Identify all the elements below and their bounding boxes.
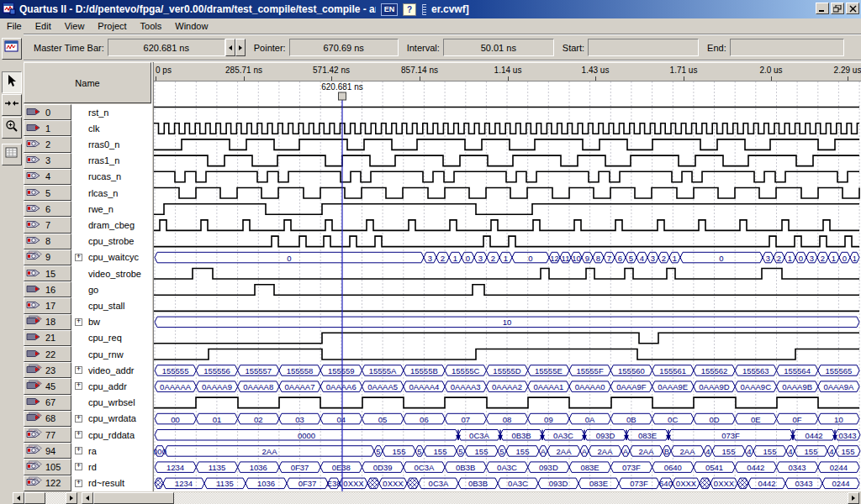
row-dram_cbeg-name-cell[interactable]: dram_cbeg [71, 217, 151, 233]
fullscreen-tool-button[interactable] [2, 144, 22, 165]
row-rwe_n-number-cell[interactable]: 6 [24, 201, 71, 217]
expand-icon[interactable]: + [75, 254, 82, 261]
row-rd-name-cell[interactable]: +rd [71, 459, 151, 475]
row-dram_cbeg-number-cell[interactable]: 7 [24, 217, 71, 233]
scroll-left-button[interactable] [82, 492, 93, 504]
row-rwe_n-name-cell[interactable]: rwe_n [71, 201, 151, 217]
row-cpu_req-name-cell[interactable]: cpu_req [71, 330, 151, 346]
row-rst_n-name-cell[interactable]: rst_n [71, 104, 151, 120]
row-bw-name-cell[interactable]: +bw [71, 314, 151, 330]
time-bar-left-arrow[interactable] [225, 39, 235, 56]
close-button[interactable] [846, 3, 859, 14]
row-cpu_addr-number-cell[interactable]: 45 [24, 378, 71, 394]
time-ruler[interactable]: 0 ps285.71 ns571.42 ns857.14 ns1.14 us1.… [154, 62, 861, 81]
row-video_addr-name-cell[interactable]: +video_addr [71, 362, 151, 378]
row-go-number-cell[interactable]: 16 [24, 281, 71, 297]
scroll-right-button[interactable] [66, 492, 77, 504]
field-label: Pointer: [254, 43, 286, 53]
ruler-tick-label: 1.43 us [582, 66, 610, 75]
row-video_addr-number-cell[interactable]: 23 [24, 362, 71, 378]
row-rlcas_n-number-cell[interactable]: 5 [24, 185, 71, 201]
expand-icon[interactable]: + [75, 366, 82, 374]
menu-tools[interactable]: Tools [134, 19, 169, 34]
waveform-canvas[interactable]: 0321032101211109876543210321032101101555… [154, 81, 861, 491]
expand-icon[interactable]: + [75, 318, 82, 326]
row-cpu_req-number-cell[interactable]: 21 [24, 330, 71, 346]
name-panel-hscrollbar[interactable] [13, 492, 77, 504]
row-cpu_rnw-name-cell[interactable]: cpu_rnw [71, 346, 151, 362]
restore-button[interactable] [831, 3, 844, 14]
signal-number: 22 [45, 349, 55, 360]
row-cpu_rddata-name-cell[interactable]: +cpu_rddata [71, 427, 151, 443]
row-rd~result-name-cell[interactable]: +rd~result [71, 475, 151, 491]
row-rd-number-cell[interactable]: 105 [24, 459, 71, 475]
expand-icon[interactable]: + [75, 480, 82, 487]
expand-icon[interactable]: + [75, 431, 82, 438]
bus-value: 155557 [245, 366, 272, 375]
menu-window[interactable]: Window [168, 19, 214, 34]
expand-icon[interactable]: + [75, 415, 82, 423]
row-cpu_rnw-number-cell[interactable]: 22 [24, 346, 71, 362]
bus-value: 0D [709, 415, 719, 424]
row-ra-number-cell[interactable]: 94 [24, 443, 71, 459]
row-rd~result-number-cell[interactable]: 122 [24, 475, 71, 491]
row-rras1_n-number-cell[interactable]: 3 [24, 153, 71, 169]
scroll-right-button[interactable] [848, 492, 859, 504]
row-rras0_n-name-cell[interactable]: rras0_n [71, 136, 151, 152]
menu-view[interactable]: View [58, 19, 92, 34]
row-clk-number-cell[interactable]: 1 [24, 120, 71, 136]
zoom-tool-button[interactable] [2, 117, 22, 139]
language-badge[interactable]: EN [381, 3, 398, 16]
row-cpu_waitcyc-number-cell[interactable]: 9 [24, 249, 71, 265]
waveform-window-button[interactable] [2, 38, 22, 60]
wave-toolbar: Master Time Bar:620.681 nsPointer:670.69… [25, 36, 861, 59]
row-rucas_n-number-cell[interactable]: 4 [24, 169, 71, 185]
bus-value: 10 [834, 415, 843, 424]
row-cpu_wrbsel-number-cell[interactable]: 67 [24, 395, 71, 411]
bus-value: 2 [777, 254, 781, 263]
row-rras0_n-number-cell[interactable]: 2 [24, 136, 71, 152]
menu-project[interactable]: Project [91, 19, 133, 34]
row-go-name-cell[interactable]: go [71, 281, 151, 297]
row-rst_n-number-cell[interactable]: 0 [24, 104, 71, 120]
row-cpu_strobe-name-cell[interactable]: cpu_strobe [71, 234, 151, 249]
row-video_strobe-name-cell[interactable]: video_strobe [71, 265, 151, 281]
selection-tool-button[interactable] [2, 71, 22, 93]
bus-value: B [664, 447, 669, 456]
time-cursor-handle[interactable] [339, 92, 346, 100]
row-cpu_wrbsel-name-cell[interactable]: cpu_wrbsel [71, 395, 151, 411]
language-help-icon[interactable]: ? [403, 3, 416, 16]
row-cpu_wrdata-number-cell[interactable]: 68 [24, 411, 71, 427]
expand-icon[interactable]: + [75, 447, 82, 454]
row-cpu_rddata-number-cell[interactable]: 77 [24, 427, 71, 443]
scrollbar-thumb[interactable] [24, 492, 45, 504]
bus-value: 0B3B [468, 479, 488, 488]
scrollbar-thumb[interactable] [93, 492, 174, 504]
row-rras1_n-name-cell[interactable]: rras1_n [71, 153, 151, 169]
row-rlcas_n-name-cell[interactable]: rlcas_n [71, 185, 151, 201]
row-cpu_stall-name-cell[interactable]: cpu_stall [71, 297, 151, 313]
row-video_strobe-number-cell[interactable]: 15 [24, 265, 71, 281]
row-bw-number-cell[interactable]: 18 [24, 314, 71, 330]
menu-file[interactable]: File [0, 19, 29, 34]
time-bar-right-arrow[interactable] [235, 39, 246, 56]
row-cpu_stall-number-cell[interactable]: 17 [24, 297, 71, 313]
waveform-edit-tool-button[interactable] [2, 94, 22, 116]
language-bar-grip[interactable] [422, 4, 426, 15]
row-ra-name-cell[interactable]: +ra [71, 443, 151, 459]
row-cpu_strobe-number-cell[interactable]: 8 [24, 234, 71, 249]
expand-icon[interactable]: + [75, 382, 82, 390]
bus-value: 155 [393, 447, 406, 456]
signal-name: cpu_waitcyc [88, 252, 139, 262]
row-cpu_wrdata-name-cell[interactable]: +cpu_wrdata [71, 411, 151, 427]
row-rucas_n-name-cell[interactable]: rucas_n [71, 169, 151, 185]
row-cpu_waitcyc-name-cell[interactable]: +cpu_waitcyc [71, 249, 151, 265]
wave-hscrollbar[interactable] [82, 492, 859, 504]
menu-edit[interactable]: Edit [29, 19, 58, 34]
scroll-left-button[interactable] [13, 492, 24, 504]
ruler-tick [508, 76, 509, 81]
expand-icon[interactable]: + [75, 463, 82, 470]
minimize-button[interactable] [816, 3, 829, 14]
row-cpu_addr-name-cell[interactable]: +cpu_addr [71, 378, 151, 394]
row-clk-name-cell[interactable]: clk [71, 120, 151, 136]
